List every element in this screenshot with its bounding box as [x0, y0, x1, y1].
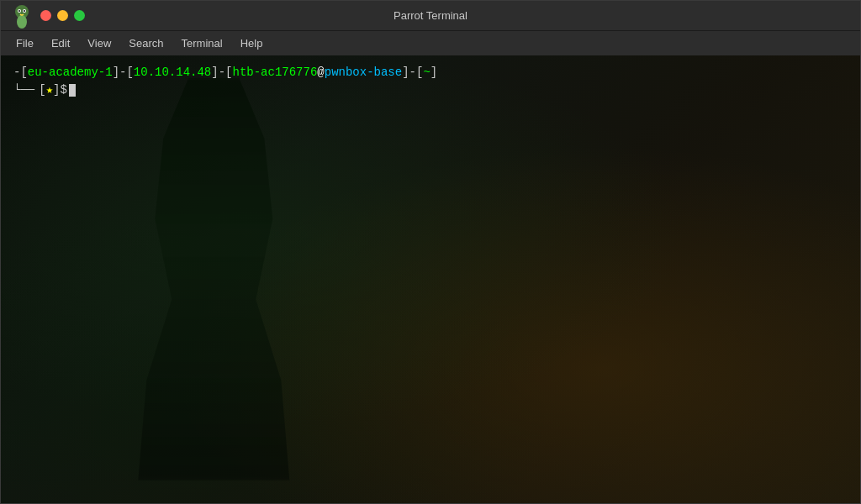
svg-point-5 — [24, 10, 25, 12]
dash-prefix: -[ — [13, 64, 28, 81]
sep3: ]-[ — [402, 64, 423, 81]
star-symbol: ★ — [46, 81, 53, 99]
menu-help[interactable]: Help — [234, 34, 270, 52]
at-symbol: @ — [317, 64, 324, 81]
vpn-server: eu-academy-1 — [28, 64, 113, 81]
svg-point-1 — [17, 15, 27, 29]
prompt-arrow: └── — [13, 81, 34, 99]
current-dir: ~ — [423, 64, 430, 81]
sep2: ]-[ — [211, 64, 232, 81]
close-button[interactable] — [40, 10, 51, 21]
sep1: ]-[ — [113, 64, 134, 81]
menu-terminal[interactable]: Terminal — [175, 34, 230, 52]
bracket-close-dollar: ]$ — [53, 81, 67, 99]
terminal-background — [1, 55, 860, 503]
svg-point-4 — [18, 10, 20, 12]
menu-search[interactable]: Search — [122, 34, 170, 52]
menu-file[interactable]: File — [9, 34, 40, 52]
username: htb-ac176776 — [233, 64, 318, 81]
prompt-line-1: -[eu-academy-1]-[10.10.14.48]-[htb-ac176… — [13, 64, 848, 81]
suffix: ] — [430, 64, 437, 81]
terminal-body[interactable]: -[eu-academy-1]-[10.10.14.48]-[htb-ac176… — [1, 55, 860, 503]
maximize-button[interactable] — [74, 10, 85, 21]
window-title: Parrot Terminal — [394, 9, 467, 22]
hostname: pwnbox-base — [325, 64, 402, 81]
menu-view[interactable]: View — [81, 34, 118, 52]
window-controls — [9, 3, 85, 29]
bracket-open: [ — [39, 81, 45, 99]
menu-bar: File Edit View Search Terminal Help — [1, 30, 860, 55]
prompt-line-2: └── [★]$ — [13, 81, 848, 99]
parrot-logo-icon — [9, 3, 34, 29]
ip-address: 10.10.14.48 — [134, 64, 211, 81]
terminal-content: -[eu-academy-1]-[10.10.14.48]-[htb-ac176… — [1, 55, 860, 108]
minimize-button[interactable] — [57, 10, 68, 21]
menu-edit[interactable]: Edit — [45, 34, 77, 52]
title-bar: Parrot Terminal — [1, 1, 860, 30]
terminal-cursor — [69, 84, 76, 97]
terminal-window: Parrot Terminal File Edit View Search Te… — [0, 0, 861, 504]
